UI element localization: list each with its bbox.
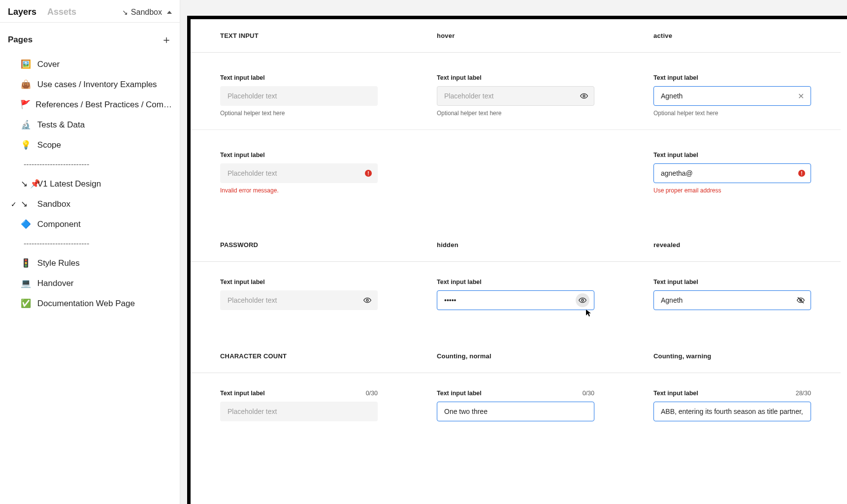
svg-point-0 <box>583 95 585 97</box>
eye-off-icon[interactable] <box>795 295 806 306</box>
page-item-style-rules[interactable]: 🚦Style Rules <box>0 253 180 273</box>
file-switcher-label: Sandbox <box>131 8 162 17</box>
page-item-label: Component <box>37 220 81 229</box>
page-item-sandbox[interactable]: ✓↘Sandbox <box>0 194 180 214</box>
page-emoji-icon: 🔬 <box>21 120 33 130</box>
page-item-handover[interactable]: 💻Handover <box>0 273 180 293</box>
page-item-label: ------------------------- <box>24 160 89 169</box>
pages-section: Pages ＋ 🖼️Cover 👜Use cases / Inventory E… <box>0 22 180 320</box>
section-heading-active: active <box>653 32 811 39</box>
charcount-normal[interactable] <box>437 402 594 421</box>
charcount-warning[interactable] <box>653 402 811 421</box>
page-list: 🖼️Cover 👜Use cases / Inventory Examples … <box>0 54 180 317</box>
helper-text: Optional helper text here <box>220 110 378 117</box>
section-heading-text-input: TEXT INPUT <box>220 32 378 39</box>
input-label: Text input label <box>220 279 378 285</box>
page-emoji-icon: 🚦 <box>21 258 33 268</box>
left-panel: Layers Assets ↘ Sandbox Pages ＋ 🖼️Cover … <box>0 0 180 504</box>
text-input-error-active[interactable] <box>653 163 811 183</box>
input-label: Text input label <box>437 390 482 397</box>
file-switcher[interactable]: ↘ Sandbox <box>122 8 172 17</box>
password-default[interactable] <box>220 290 378 310</box>
svg-point-1 <box>366 299 368 301</box>
helper-text: Optional helper text here <box>653 110 811 117</box>
character-counter: 0/30 <box>366 390 378 397</box>
page-item-usecases[interactable]: 👜Use cases / Inventory Examples <box>0 74 180 94</box>
input-label: Text input label <box>220 390 265 397</box>
page-item-label: ------------------------- <box>24 239 89 248</box>
page-emoji-icon: 💻 <box>21 278 33 288</box>
page-emoji-icon: 🚩 <box>20 99 31 110</box>
add-page-button[interactable]: ＋ <box>161 32 172 47</box>
frame[interactable]: TEXT INPUT hover active Text input label… <box>187 16 847 504</box>
page-emoji-icon: ↘ 📌 <box>21 179 33 189</box>
tab-layers[interactable]: Layers <box>8 7 36 17</box>
page-item-divider[interactable]: ------------------------- <box>0 234 180 253</box>
error-icon: ! <box>365 170 372 177</box>
page-item-tests[interactable]: 🔬Tests & Data <box>0 115 180 135</box>
page-item-divider[interactable]: ------------------------- <box>0 155 180 174</box>
text-input-active[interactable] <box>653 86 811 106</box>
text-input-error[interactable] <box>220 163 378 183</box>
input-label: Text input label <box>437 74 594 81</box>
section-heading-charcount: CHARACTER COUNT <box>220 352 378 360</box>
check-icon: ✓ <box>11 200 18 208</box>
canvas[interactable]: TEXT INPUT hover active Text input label… <box>180 0 847 504</box>
character-counter: 28/30 <box>796 390 811 397</box>
page-item-label: Scope <box>37 140 61 150</box>
page-item-label: Documentation Web Page <box>37 299 135 309</box>
password-revealed[interactable] <box>653 290 811 310</box>
text-input-hover[interactable] <box>437 86 594 106</box>
tab-assets[interactable]: Assets <box>47 7 76 17</box>
chevron-up-icon <box>167 11 172 14</box>
page-item-label: Sandbox <box>37 199 70 209</box>
frame-content: TEXT INPUT hover active Text input label… <box>191 19 847 504</box>
page-item-cover[interactable]: 🖼️Cover <box>0 54 180 74</box>
charcount-default[interactable] <box>220 402 378 421</box>
page-item-label: References / Best Practices / Com… <box>35 100 172 110</box>
page-emoji-icon: 👜 <box>21 79 33 90</box>
eye-icon[interactable] <box>576 293 589 307</box>
section-heading-revealed: revealed <box>653 241 811 249</box>
page-item-label: Style Rules <box>37 258 80 268</box>
page-item-label: V1 Latest Design <box>37 179 101 189</box>
page-emoji-icon: 🖼️ <box>21 59 33 69</box>
page-item-label: Use cases / Inventory Examples <box>37 80 157 90</box>
clear-icon[interactable]: ✕ <box>795 91 806 101</box>
eye-icon[interactable] <box>362 295 373 306</box>
cursor-icon <box>586 309 593 317</box>
page-item-label: Tests & Data <box>37 120 85 130</box>
input-label: Text input label <box>653 74 811 81</box>
input-label: Text input label <box>437 279 594 285</box>
error-icon: ! <box>798 170 805 177</box>
text-input-default[interactable] <box>220 86 378 106</box>
section-heading-password: PASSWORD <box>220 241 378 249</box>
input-label: Text input label <box>653 390 698 397</box>
page-item-references[interactable]: 🚩References / Best Practices / Com… <box>0 94 180 115</box>
page-emoji-icon: 💡 <box>21 140 33 150</box>
page-emoji-icon: 🔷 <box>21 219 33 229</box>
input-label: Text input label <box>220 152 378 158</box>
page-emoji-icon: ↘ <box>21 199 33 209</box>
page-emoji-icon: ✅ <box>21 298 33 309</box>
input-label: Text input label <box>653 152 811 158</box>
eye-icon[interactable] <box>579 91 589 101</box>
page-item-label: Cover <box>37 60 60 69</box>
pages-heading: Pages <box>8 35 33 45</box>
panel-tabs: Layers Assets ↘ Sandbox <box>0 0 180 22</box>
page-item-label: Handover <box>37 279 74 288</box>
section-heading-counting-warning: Counting, warning <box>653 352 811 360</box>
page-item-v1-design[interactable]: ↘ 📌V1 Latest Design <box>0 174 180 194</box>
helper-text: Optional helper text here <box>437 110 594 117</box>
diagonal-arrow-icon: ↘ <box>122 8 128 16</box>
section-heading-hidden: hidden <box>437 241 594 249</box>
svg-point-2 <box>582 299 584 301</box>
input-label: Text input label <box>220 74 378 81</box>
page-item-scope[interactable]: 💡Scope <box>0 135 180 155</box>
page-item-component[interactable]: 🔷Component <box>0 214 180 234</box>
character-counter: 0/30 <box>583 390 594 397</box>
page-item-docs[interactable]: ✅Documentation Web Page <box>0 293 180 314</box>
section-heading-hover: hover <box>437 32 594 39</box>
section-heading-counting-normal: Counting, normal <box>437 352 594 360</box>
password-hidden[interactable] <box>437 290 594 310</box>
